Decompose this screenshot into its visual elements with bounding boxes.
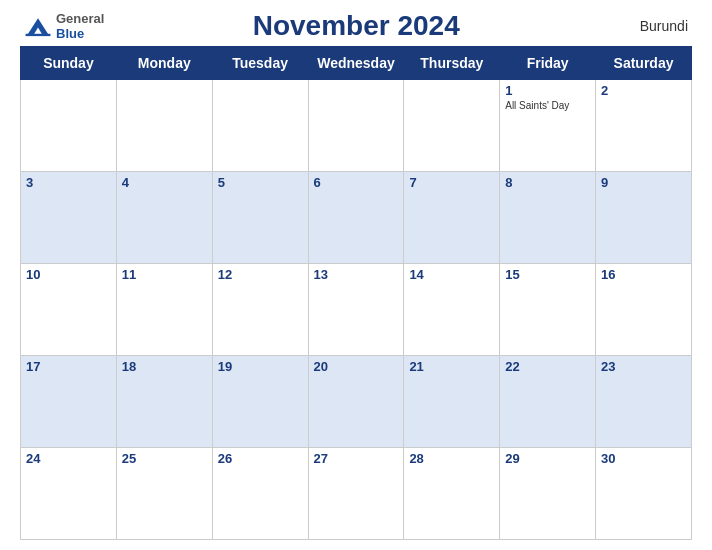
cell-date-number: 4 (122, 175, 207, 190)
week-row-3: 10111213141516 (21, 264, 692, 356)
calendar-cell (308, 80, 404, 172)
cell-date-number: 20 (314, 359, 399, 374)
calendar-cell: 7 (404, 172, 500, 264)
cell-date-number: 5 (218, 175, 303, 190)
calendar-cell: 29 (500, 448, 596, 540)
cell-date-number: 13 (314, 267, 399, 282)
calendar-cell: 1All Saints' Day (500, 80, 596, 172)
calendar-cell: 26 (212, 448, 308, 540)
cell-date-number: 16 (601, 267, 686, 282)
calendar-cell (404, 80, 500, 172)
calendar-cell (116, 80, 212, 172)
logo: General Blue (24, 11, 104, 41)
calendar-cell: 22 (500, 356, 596, 448)
cell-date-number: 19 (218, 359, 303, 374)
week-row-2: 3456789 (21, 172, 692, 264)
calendar-cell: 2 (596, 80, 692, 172)
svg-rect-2 (26, 33, 51, 35)
calendar-cell: 27 (308, 448, 404, 540)
calendar-cell: 6 (308, 172, 404, 264)
calendar-cell: 11 (116, 264, 212, 356)
cell-date-number: 1 (505, 83, 590, 98)
calendar-cell (212, 80, 308, 172)
logo-general-text: General (56, 11, 104, 26)
cell-date-number: 26 (218, 451, 303, 466)
calendar-cell: 23 (596, 356, 692, 448)
cell-date-number: 2 (601, 83, 686, 98)
day-header-row: SundayMondayTuesdayWednesdayThursdayFrid… (21, 47, 692, 80)
week-row-1: 1All Saints' Day2 (21, 80, 692, 172)
calendar-cell: 15 (500, 264, 596, 356)
logo-text: General Blue (56, 11, 104, 41)
calendar-header: General Blue November 2024 Burundi (20, 10, 692, 42)
calendar-table: SundayMondayTuesdayWednesdayThursdayFrid… (20, 46, 692, 540)
calendar-title: November 2024 (104, 10, 608, 42)
calendar-cell: 14 (404, 264, 500, 356)
cell-date-number: 21 (409, 359, 494, 374)
cell-date-number: 9 (601, 175, 686, 190)
calendar-cell: 20 (308, 356, 404, 448)
cell-date-number: 11 (122, 267, 207, 282)
day-header-saturday: Saturday (596, 47, 692, 80)
cell-date-number: 30 (601, 451, 686, 466)
cell-event-label: All Saints' Day (505, 100, 590, 111)
calendar-cell: 17 (21, 356, 117, 448)
week-row-5: 24252627282930 (21, 448, 692, 540)
cell-date-number: 22 (505, 359, 590, 374)
cell-date-number: 7 (409, 175, 494, 190)
calendar-cell: 3 (21, 172, 117, 264)
cell-date-number: 3 (26, 175, 111, 190)
cell-date-number: 12 (218, 267, 303, 282)
cell-date-number: 14 (409, 267, 494, 282)
logo-blue-text: Blue (56, 26, 104, 41)
cell-date-number: 10 (26, 267, 111, 282)
calendar-cell: 4 (116, 172, 212, 264)
day-header-thursday: Thursday (404, 47, 500, 80)
cell-date-number: 24 (26, 451, 111, 466)
calendar-cell: 12 (212, 264, 308, 356)
cell-date-number: 27 (314, 451, 399, 466)
cell-date-number: 8 (505, 175, 590, 190)
cell-date-number: 15 (505, 267, 590, 282)
calendar-cell: 24 (21, 448, 117, 540)
day-header-wednesday: Wednesday (308, 47, 404, 80)
calendar-cell: 16 (596, 264, 692, 356)
calendar-cell: 25 (116, 448, 212, 540)
cell-date-number: 28 (409, 451, 494, 466)
logo-icon (24, 15, 52, 37)
day-header-sunday: Sunday (21, 47, 117, 80)
day-header-friday: Friday (500, 47, 596, 80)
week-row-4: 17181920212223 (21, 356, 692, 448)
calendar-cell: 28 (404, 448, 500, 540)
calendar-cell: 8 (500, 172, 596, 264)
cell-date-number: 6 (314, 175, 399, 190)
calendar-cell: 5 (212, 172, 308, 264)
calendar-cell: 18 (116, 356, 212, 448)
calendar-cell: 21 (404, 356, 500, 448)
day-header-tuesday: Tuesday (212, 47, 308, 80)
cell-date-number: 29 (505, 451, 590, 466)
calendar-cell: 13 (308, 264, 404, 356)
country-label: Burundi (608, 18, 688, 34)
calendar-cell: 19 (212, 356, 308, 448)
cell-date-number: 17 (26, 359, 111, 374)
calendar-cell (21, 80, 117, 172)
calendar-cell: 9 (596, 172, 692, 264)
day-header-monday: Monday (116, 47, 212, 80)
calendar-cell: 10 (21, 264, 117, 356)
cell-date-number: 25 (122, 451, 207, 466)
calendar-cell: 30 (596, 448, 692, 540)
cell-date-number: 18 (122, 359, 207, 374)
cell-date-number: 23 (601, 359, 686, 374)
